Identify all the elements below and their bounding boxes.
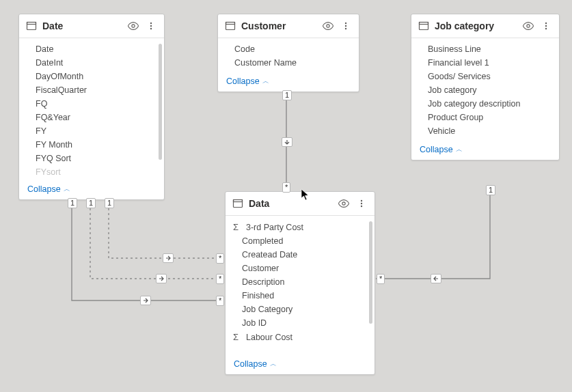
chevron-up-icon: ︿	[64, 186, 70, 193]
field-item[interactable]: Job category	[417, 83, 556, 97]
svg-rect-0	[27, 23, 36, 30]
field-item[interactable]: Job ID	[231, 316, 372, 330]
field-label: Labour Cost	[246, 333, 292, 342]
field-item[interactable]: DateInt	[25, 56, 161, 70]
scrollbar[interactable]	[369, 221, 372, 324]
field-item[interactable]: FYQ Sort	[25, 152, 161, 165]
field-item[interactable]: Σ3-rd Party Cost	[231, 220, 372, 234]
field-item[interactable]: Code	[223, 42, 356, 56]
field-item[interactable]: Completed	[231, 234, 372, 248]
field-item[interactable]: FY	[25, 124, 161, 138]
table-title: Customer	[241, 20, 316, 31]
filter-direction-icon	[282, 137, 292, 147]
svg-point-9	[345, 23, 346, 24]
cardinality-many: *	[282, 182, 290, 193]
more-options-icon[interactable]	[340, 20, 352, 32]
visibility-icon[interactable]	[522, 20, 534, 32]
field-item[interactable]: Customer Name	[223, 56, 356, 70]
cardinality-one: 1	[282, 90, 292, 100]
field-item[interactable]: FQ	[25, 97, 161, 111]
table-icon	[26, 20, 37, 31]
cardinality-one: 1	[86, 198, 96, 208]
visibility-icon[interactable]	[127, 20, 139, 32]
field-item[interactable]: Vehicle	[417, 124, 556, 138]
collapse-toggle[interactable]: Collapse ︿	[411, 141, 559, 160]
filter-direction-icon	[163, 253, 174, 263]
table-icon	[418, 20, 429, 31]
svg-point-8	[327, 25, 329, 27]
table-header[interactable]: Data	[226, 192, 374, 216]
svg-rect-18	[234, 200, 243, 208]
field-label: 3-rd Party Cost	[246, 223, 303, 232]
collapse-toggle[interactable]: Collapse ︿	[19, 180, 164, 199]
filter-direction-icon	[156, 274, 167, 283]
visibility-icon[interactable]	[322, 20, 334, 32]
table-data[interactable]: Data Σ3-rd Party Cost Completed Createad…	[225, 191, 375, 375]
svg-point-23	[361, 206, 362, 207]
svg-point-14	[527, 25, 530, 27]
svg-point-10	[345, 25, 346, 27]
svg-point-3	[150, 23, 152, 24]
svg-point-22	[361, 203, 362, 204]
field-item[interactable]: DayOfMonth	[25, 70, 161, 83]
table-job-category[interactable]: Job category Business Line Financial lev…	[411, 14, 560, 160]
svg-point-20	[342, 202, 345, 205]
table-customer[interactable]: Customer Code Customer Name Collapse ︿	[217, 14, 359, 92]
model-canvas[interactable]: Date Date DateInt DayOfMonth FiscalQuart…	[0, 0, 572, 392]
svg-rect-1	[27, 23, 36, 25]
field-list: Σ3-rd Party Cost Completed Createad Date…	[226, 216, 374, 355]
table-header[interactable]: Job category	[411, 14, 559, 38]
field-item[interactable]: Goods/ Services	[417, 70, 556, 83]
table-title: Date	[42, 20, 122, 31]
field-item[interactable]: Finished	[231, 289, 372, 303]
collapse-label: Collapse	[27, 184, 61, 194]
field-item[interactable]: FYsort	[25, 165, 161, 179]
field-item[interactable]: Description	[231, 275, 372, 289]
cardinality-many: *	[377, 274, 385, 284]
svg-point-17	[545, 28, 547, 29]
field-item[interactable]: Job category description	[417, 97, 556, 111]
svg-rect-7	[226, 23, 235, 25]
field-item[interactable]: Financial level 1	[417, 56, 556, 70]
more-options-icon[interactable]	[145, 20, 157, 32]
field-item[interactable]: Job Category	[231, 303, 372, 316]
svg-rect-19	[234, 200, 243, 202]
field-item[interactable]: FiscalQuarter	[25, 83, 161, 97]
chevron-up-icon: ︿	[270, 361, 277, 367]
visibility-icon[interactable]	[338, 197, 350, 210]
field-item[interactable]: Createad Date	[231, 248, 372, 262]
table-header[interactable]: Customer	[218, 14, 359, 38]
filter-direction-icon	[140, 296, 151, 305]
field-item[interactable]: Product Group	[417, 111, 556, 124]
collapse-toggle[interactable]: Collapse ︿	[226, 355, 374, 374]
field-list: Business Line Financial level 1 Goods/ S…	[411, 38, 559, 141]
field-item[interactable]: Customer	[231, 262, 372, 275]
table-date[interactable]: Date Date DateInt DayOfMonth FiscalQuart…	[18, 14, 165, 200]
table-header[interactable]: Date	[19, 14, 164, 38]
table-title: Data	[249, 198, 332, 209]
field-item[interactable]: Business Line	[417, 42, 556, 56]
svg-point-16	[545, 25, 547, 27]
svg-point-5	[150, 28, 152, 29]
cardinality-many: *	[216, 274, 224, 284]
field-item[interactable]: Date	[25, 42, 161, 56]
table-title: Job category	[435, 20, 517, 31]
chevron-up-icon: ︿	[456, 146, 463, 153]
svg-point-11	[345, 28, 346, 29]
more-options-icon[interactable]	[355, 197, 368, 210]
collapse-label: Collapse	[226, 76, 260, 86]
cardinality-one: 1	[105, 198, 114, 208]
collapse-toggle[interactable]: Collapse ︿	[218, 72, 359, 92]
svg-rect-12	[420, 23, 428, 30]
collapse-label: Collapse	[420, 145, 453, 154]
cardinality-many: *	[216, 296, 224, 306]
scrollbar[interactable]	[159, 44, 162, 160]
svg-point-15	[545, 23, 547, 24]
field-item[interactable]: ΣLabour Cost	[231, 330, 372, 344]
more-options-icon[interactable]	[540, 20, 552, 32]
table-icon	[232, 198, 243, 209]
field-item[interactable]: FQ&Year	[25, 111, 161, 124]
filter-direction-icon	[431, 274, 441, 283]
collapse-label: Collapse	[234, 359, 267, 369]
field-item[interactable]: FY Month	[25, 138, 161, 152]
